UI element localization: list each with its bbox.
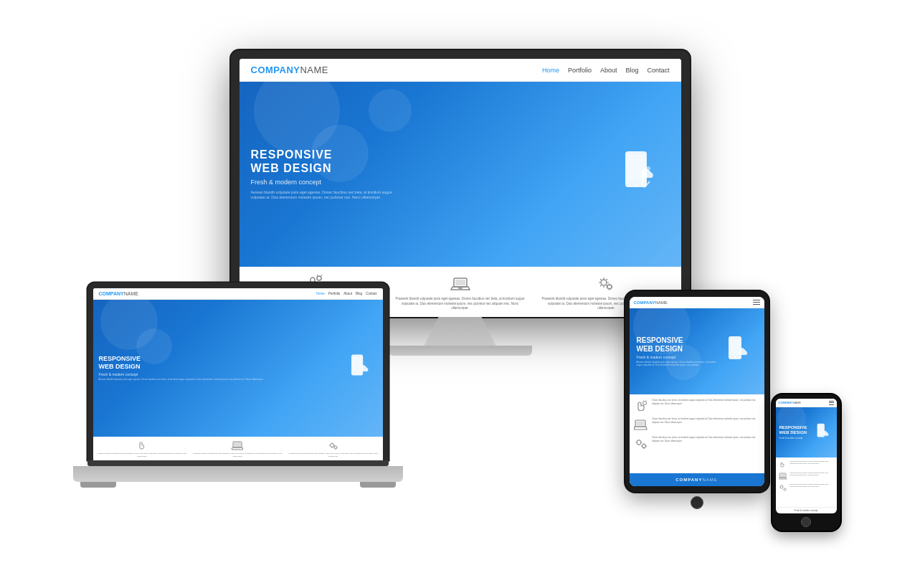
- tablet-home-button[interactable]: [691, 496, 703, 509]
- phone-hero: RESPONSIVEWEB DESIGN Fresh & modern conc…: [776, 407, 837, 457]
- pf3-icon: [779, 483, 787, 492]
- laptop-hero: RESPONSIVEWEB DESIGN Fresh & modern conc…: [93, 300, 383, 437]
- hero-title: RESPONSIVE WEB DESIGN: [251, 148, 612, 175]
- svg-point-16: [334, 446, 337, 449]
- nav-blog[interactable]: Blog: [625, 67, 638, 74]
- pf3: Donec faucibus nec lorem, at tincidunt a…: [779, 483, 834, 492]
- tablet-logo: COMPANYNAME: [634, 300, 668, 305]
- tf2: Donec faucibus nec lorem, at tincidunt a…: [634, 417, 760, 432]
- hero-text: RESPONSIVE WEB DESIGN Fresh & modern con…: [251, 148, 612, 200]
- tablet-hamburger[interactable]: [753, 300, 760, 305]
- laptop-foot-left: [80, 482, 116, 488]
- tablet-screen: COMPANYNAME: [630, 297, 764, 486]
- laptop-hinge: [87, 460, 389, 466]
- lf2: Praesent blandit vulputate justo eget eg…: [193, 440, 283, 457]
- phone-website: COMPANYNAME RESPONSIVEWEB: [776, 399, 837, 513]
- desktop-stand-neck: [425, 317, 496, 346]
- desktop-screen-outer: COMPANYNAME Home Portfolio About Blog Co…: [231, 50, 690, 317]
- laptop-foot-right: [360, 482, 396, 488]
- nav-portfolio[interactable]: Portfolio: [568, 67, 592, 74]
- svg-rect-6: [455, 280, 465, 285]
- lf1-text: Praesent blandit vulputate justo eget eg…: [98, 452, 187, 457]
- svg-point-31: [784, 488, 786, 490]
- phone-home-button[interactable]: [801, 517, 811, 527]
- tf1-icon: [634, 399, 648, 413]
- svg-point-3: [646, 166, 650, 171]
- tablet-title: RESPONSIVEWEB DESIGN: [637, 336, 721, 354]
- svg-rect-29: [780, 474, 785, 477]
- phone-logo: COMPANYNAME: [779, 401, 802, 404]
- pf3-text: Donec faucibus nec lorem, at tincidunt a…: [790, 483, 834, 488]
- lf2-icon: [232, 440, 243, 451]
- laptop-feet: [80, 482, 396, 488]
- laptop-hero-text: RESPONSIVEWEB DESIGN Fresh & modern conc…: [99, 355, 345, 381]
- phone-features: Donec faucibus nec lorem, at tincidunt a…: [776, 457, 837, 507]
- svg-point-8: [601, 280, 607, 285]
- pf1-text: Donec faucibus nec lorem, at tincidunt a…: [790, 460, 834, 465]
- laptop-nav: Home Portfolio About Blog Contact: [316, 292, 377, 295]
- svg-point-4: [317, 276, 321, 280]
- svg-point-2: [635, 183, 637, 186]
- tf2-icon: [634, 417, 648, 432]
- lf1: Praesent blandit vulputate justo eget eg…: [98, 440, 187, 457]
- nav-about[interactable]: About: [600, 67, 617, 74]
- logo-normal: NAME: [300, 65, 328, 75]
- tf1-text: Donec faucibus nec lorem, at tincidunt a…: [653, 399, 760, 405]
- tablet-website: COMPANYNAME: [630, 297, 764, 486]
- svg-point-24: [642, 445, 645, 448]
- lf3-icon: [328, 440, 339, 451]
- laptop-subtitle: Fresh & modern concept: [99, 372, 345, 376]
- svg-point-23: [637, 440, 641, 445]
- tf1: Donec faucibus nec lorem, at tincidunt a…: [634, 399, 760, 413]
- pf2: Donec faucibus nec lorem, at tincidunt a…: [779, 472, 834, 480]
- desktop-hero: RESPONSIVE WEB DESIGN Fresh & modern con…: [240, 82, 681, 267]
- logo-bold: COMPANY: [251, 65, 300, 75]
- hero-desc: Aenean blandit vulputate justo eget eges…: [251, 190, 394, 201]
- desktop-site-header: COMPANYNAME Home Portfolio About Blog Co…: [240, 59, 681, 82]
- phone-screen: COMPANYNAME RESPONSIVEWEB: [776, 399, 837, 513]
- laptop-base: [73, 466, 403, 482]
- phone-subtitle: Fresh & modern concept: [779, 437, 813, 440]
- desktop-website: COMPANYNAME Home Portfolio About Blog Co…: [240, 59, 681, 317]
- tablet-footer: COMPANYNAME: [630, 473, 764, 486]
- hero-phone-svg: [612, 146, 670, 203]
- tablet-subtitle: Fresh & modern concept: [637, 355, 721, 359]
- phone-hero-text: RESPONSIVEWEB DESIGN Fresh & modern conc…: [779, 425, 813, 440]
- laptop-features: Praesent blandit vulputate justo eget eg…: [93, 437, 383, 460]
- lf3-text: Praesent blandit vulputate justo eget eg…: [288, 452, 378, 457]
- laptop-title: RESPONSIVEWEB DESIGN: [99, 355, 345, 371]
- tf3: Donec faucibus nec lorem, at tincidunt a…: [634, 436, 760, 450]
- laptop-desc: Aenean blandit vulputate justo eget eges…: [99, 378, 345, 381]
- nav-home[interactable]: Home: [542, 67, 559, 74]
- svg-point-15: [330, 444, 333, 447]
- laptop-website: COMPANYNAME Home Portfolio About Blog Co…: [93, 288, 383, 460]
- tablet-header: COMPANYNAME: [630, 297, 764, 308]
- lf2-text: Praesent blandit vulputate justo eget eg…: [193, 452, 283, 457]
- scene: COMPANYNAME Home Portfolio About Blog Co…: [66, 14, 855, 574]
- laptop-screen: COMPANYNAME Home Portfolio About Blog Co…: [93, 288, 383, 460]
- desktop-screen: COMPANYNAME Home Portfolio About Blog Co…: [240, 59, 681, 317]
- phone-outer: COMPANYNAME RESPONSIVEWEB: [772, 394, 840, 531]
- laptop: COMPANYNAME Home Portfolio About Blog Co…: [87, 283, 403, 488]
- nav-contact[interactable]: Contact: [647, 67, 669, 74]
- lf3: Praesent blandit vulputate justo eget eg…: [288, 440, 378, 457]
- desktop-stand-base: [389, 346, 532, 356]
- svg-point-20: [642, 402, 646, 405]
- hero-subtitle: Fresh & modern concept: [251, 179, 612, 186]
- tablet-hero-text: RESPONSIVEWEB DESIGN Fresh & modern conc…: [637, 336, 721, 367]
- pf2-icon: [779, 472, 787, 480]
- pf1-icon: [779, 460, 787, 469]
- hero-circle-3: [369, 89, 412, 132]
- phone-hamburger[interactable]: [829, 401, 834, 404]
- phone-footer: Fresh & modern concept: [776, 507, 837, 513]
- gear-icon: [596, 272, 617, 294]
- svg-rect-22: [636, 422, 644, 426]
- laptop-icon: [450, 272, 471, 294]
- laptop-screen-outer: COMPANYNAME Home Portfolio About Blog Co…: [87, 283, 389, 460]
- phone: COMPANYNAME RESPONSIVEWEB: [772, 394, 840, 531]
- tablet-desc: Aenean blandit vulputate justo eget eges…: [637, 361, 721, 367]
- lf1-icon: [136, 440, 148, 451]
- tablet-hero: RESPONSIVEWEB DESIGN Fresh & modern conc…: [630, 308, 764, 394]
- laptop-logo: COMPANYNAME: [99, 291, 139, 296]
- feature-2: Praesent blandit vulputate justo eget eg…: [394, 272, 526, 311]
